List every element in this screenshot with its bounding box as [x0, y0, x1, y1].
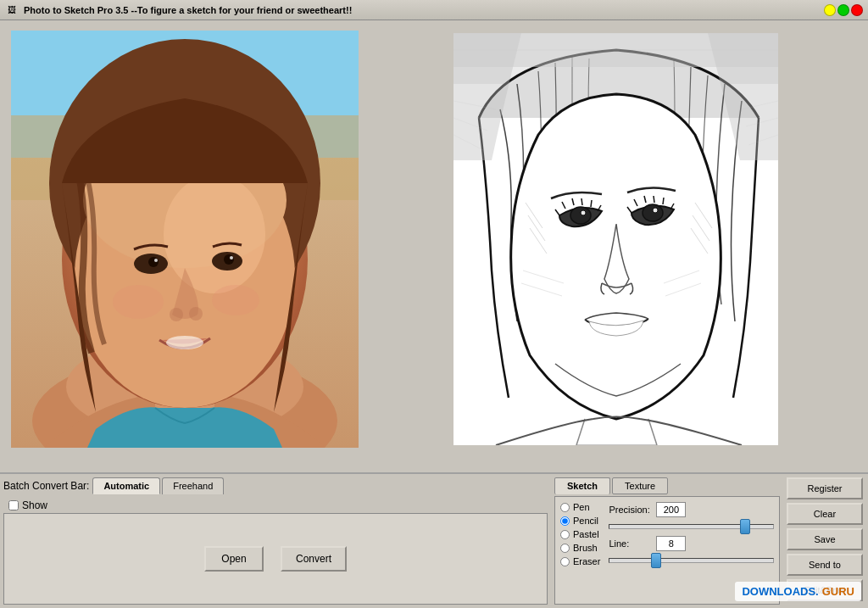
line-slider-track[interactable]	[609, 558, 774, 563]
svg-point-21	[212, 285, 259, 315]
svg-point-17	[170, 308, 183, 321]
tab-content: Open Convert	[3, 513, 548, 605]
pastel-label: Pastel	[573, 529, 599, 539]
svg-point-36	[653, 208, 658, 213]
watermark: DOWNLOADS. GURU	[735, 582, 861, 601]
sendto-button[interactable]: Send to	[787, 554, 863, 576]
svg-point-16	[230, 256, 233, 259]
svg-point-35	[643, 204, 663, 221]
svg-line-33	[591, 200, 592, 207]
show-checkbox[interactable]	[8, 500, 19, 510]
precision-slider-row	[609, 524, 774, 529]
batch-label: Batch Convert Bar:	[3, 480, 89, 492]
maximize-button[interactable]	[837, 4, 849, 16]
brush-radio[interactable]	[560, 544, 570, 553]
precision-label: Precision:	[609, 505, 651, 515]
line-input[interactable]	[656, 536, 686, 551]
watermark-downloads: DOWNLOADS.	[742, 585, 818, 598]
image-area	[0, 20, 868, 472]
svg-point-13	[148, 257, 159, 267]
svg-point-28	[581, 210, 586, 215]
svg-line-40	[654, 196, 654, 203]
svg-point-20	[113, 285, 164, 319]
line-row: Line:	[609, 536, 774, 551]
batch-row: Batch Convert Bar: Automatic Freehand	[3, 477, 548, 494]
brush-label: Brush	[573, 543, 598, 553]
pencil-label: Pencil	[573, 516, 598, 526]
svg-line-41	[663, 198, 664, 204]
show-row: Show	[3, 498, 548, 513]
show-label: Show	[22, 499, 47, 511]
tool-options: Pen Pencil Pastel Brush	[560, 502, 600, 599]
precision-input[interactable]	[656, 502, 686, 517]
pencil-radio[interactable]	[560, 516, 570, 526]
open-button[interactable]: Open	[204, 546, 264, 572]
watermark-guru: GURU	[822, 585, 854, 598]
register-button[interactable]: Register	[787, 477, 863, 499]
svg-point-14	[224, 254, 234, 265]
line-slider-thumb[interactable]	[651, 553, 661, 568]
sketch-panel	[370, 27, 861, 451]
svg-point-27	[570, 207, 591, 224]
title-bar: 🖼 Photo to Sketch Pro 3.5 --To figure a …	[0, 0, 868, 20]
sketch-tabs: Sketch Texture	[554, 477, 780, 494]
left-panel: Batch Convert Bar: Automatic Freehand Sh…	[0, 474, 551, 608]
pastel-radio[interactable]	[560, 530, 570, 539]
radio-pastel: Pastel	[560, 529, 600, 539]
precision-slider-thumb[interactable]	[740, 519, 750, 534]
svg-point-15	[154, 259, 158, 262]
app-icon: 🖼	[5, 3, 19, 17]
pen-radio[interactable]	[560, 503, 570, 512]
eraser-radio[interactable]	[560, 557, 570, 566]
tabs: Automatic Freehand	[92, 477, 224, 494]
minimize-button[interactable]	[824, 4, 836, 16]
close-button[interactable]	[851, 4, 863, 16]
precision-row: Precision:	[609, 502, 774, 517]
radio-pencil: Pencil	[560, 516, 600, 526]
tab-freehand[interactable]: Freehand	[162, 477, 224, 494]
title-text: Photo to Sketch Pro 3.5 --To figure a sk…	[24, 5, 824, 15]
svg-line-32	[581, 198, 582, 205]
photo-display	[11, 31, 359, 448]
svg-point-19	[166, 336, 203, 349]
save-button[interactable]: Save	[787, 528, 863, 550]
line-slider-row	[609, 558, 774, 563]
eraser-label: Eraser	[573, 556, 600, 566]
sketch-tab-sketch[interactable]: Sketch	[554, 477, 610, 494]
radio-eraser: Eraser	[560, 556, 600, 566]
precision-slider-track[interactable]	[609, 524, 774, 529]
photo-panel	[7, 27, 363, 451]
pen-label: Pen	[573, 502, 590, 512]
svg-rect-60	[453, 33, 778, 67]
svg-point-18	[189, 307, 203, 321]
window-controls	[824, 4, 863, 16]
convert-button[interactable]: Convert	[281, 546, 347, 572]
radio-brush: Brush	[560, 543, 600, 553]
sketch-tab-texture[interactable]: Texture	[612, 477, 668, 494]
line-label: Line:	[609, 538, 651, 549]
sketch-display	[453, 33, 778, 445]
main-content: Batch Convert Bar: Automatic Freehand Sh…	[0, 20, 868, 608]
svg-point-10	[164, 175, 265, 293]
radio-pen: Pen	[560, 502, 600, 512]
tab-automatic[interactable]: Automatic	[92, 477, 160, 494]
clear-button[interactable]: Clear	[787, 503, 863, 525]
